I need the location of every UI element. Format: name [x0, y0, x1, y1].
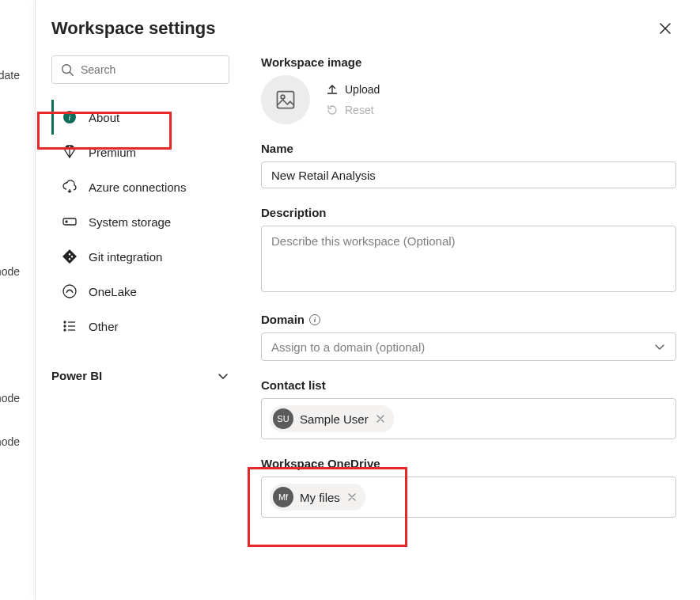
reset-label: Reset [345, 104, 374, 116]
sidebar: i About Premium Azure connections System… [51, 55, 229, 535]
page-title: Workspace settings [51, 18, 215, 39]
other-icon [62, 318, 78, 334]
domain-label: Domain i [261, 313, 676, 326]
domain-select[interactable]: Assign to a domain (optional) [261, 332, 676, 361]
sidebar-item-label: Git integration [89, 250, 162, 264]
info-icon[interactable]: i [309, 314, 320, 325]
git-icon [62, 249, 78, 264]
svg-point-2 [66, 221, 67, 222]
workspace-image-label: Workspace image [261, 55, 676, 69]
remove-icon[interactable] [346, 492, 358, 503]
svg-point-3 [63, 285, 76, 298]
avatar: SU [273, 408, 293, 429]
contact-list-label: Contact list [261, 378, 676, 392]
description-label: Description [261, 206, 676, 219]
svg-point-6 [64, 329, 66, 331]
sidebar-item-onelake[interactable]: OneLake [51, 274, 229, 309]
form-area: Workspace image Upload Reset Name [261, 55, 678, 535]
chevron-down-icon [653, 340, 666, 353]
sidebar-nav: i About Premium Azure connections System… [51, 100, 229, 344]
sidebar-item-label: OneLake [89, 285, 137, 298]
contact-name: Sample User [300, 412, 369, 426]
sidebar-item-label: Premium [89, 146, 136, 159]
sidebar-item-label: About [89, 111, 119, 124]
onedrive-chip: Mf My files [270, 484, 365, 511]
search-icon [60, 63, 74, 77]
sidebar-item-premium[interactable]: Premium [51, 135, 229, 169]
svg-point-8 [281, 95, 285, 99]
workspace-image-placeholder[interactable] [261, 75, 310, 124]
reset-button: Reset [326, 104, 380, 116]
sidebar-group-powerbi[interactable]: Power BI [51, 369, 229, 382]
remove-icon[interactable] [375, 413, 386, 424]
storage-icon [62, 214, 78, 230]
image-icon [274, 89, 297, 111]
cloud-link-icon [62, 179, 78, 195]
contact-list-field[interactable]: SU Sample User [261, 398, 676, 439]
reset-icon [326, 104, 339, 116]
sidebar-item-label: Other [89, 320, 119, 333]
upload-icon [326, 83, 339, 96]
svg-point-4 [64, 321, 66, 323]
info-icon: i [62, 109, 78, 125]
settings-panel: Workspace settings i About Premium [35, 0, 700, 600]
onedrive-name: My files [300, 491, 340, 504]
background-fragments: pdate mode d mode mode [0, 0, 35, 600]
svg-point-0 [62, 65, 71, 74]
sidebar-item-azure-connections[interactable]: Azure connections [51, 169, 229, 204]
sidebar-item-label: Azure connections [89, 180, 186, 194]
sidebar-item-label: System storage [89, 215, 171, 229]
sidebar-group-label: Power BI [51, 369, 102, 382]
search-input[interactable] [81, 63, 221, 76]
workspace-onedrive-field[interactable]: Mf My files [261, 477, 676, 518]
name-label: Name [261, 142, 676, 155]
svg-rect-7 [278, 92, 294, 108]
description-input[interactable] [261, 226, 676, 292]
sidebar-item-other[interactable]: Other [51, 309, 229, 344]
domain-placeholder: Assign to a domain (optional) [271, 340, 425, 354]
avatar: Mf [273, 487, 293, 507]
name-input[interactable] [261, 161, 676, 188]
onelake-icon [62, 283, 78, 299]
workspace-onedrive-label: Workspace OneDrive [261, 457, 676, 470]
diamond-icon [62, 144, 78, 160]
svg-point-5 [64, 325, 66, 327]
sidebar-item-git-integration[interactable]: Git integration [51, 239, 229, 274]
search-input-wrap[interactable] [51, 55, 229, 84]
upload-label: Upload [345, 83, 380, 96]
sidebar-item-system-storage[interactable]: System storage [51, 204, 229, 239]
sidebar-item-about[interactable]: i About [51, 100, 229, 135]
close-button[interactable] [653, 16, 678, 41]
close-icon [659, 22, 672, 35]
chevron-down-icon [217, 370, 229, 382]
upload-button[interactable]: Upload [326, 83, 380, 96]
contact-chip: SU Sample User [270, 405, 394, 432]
